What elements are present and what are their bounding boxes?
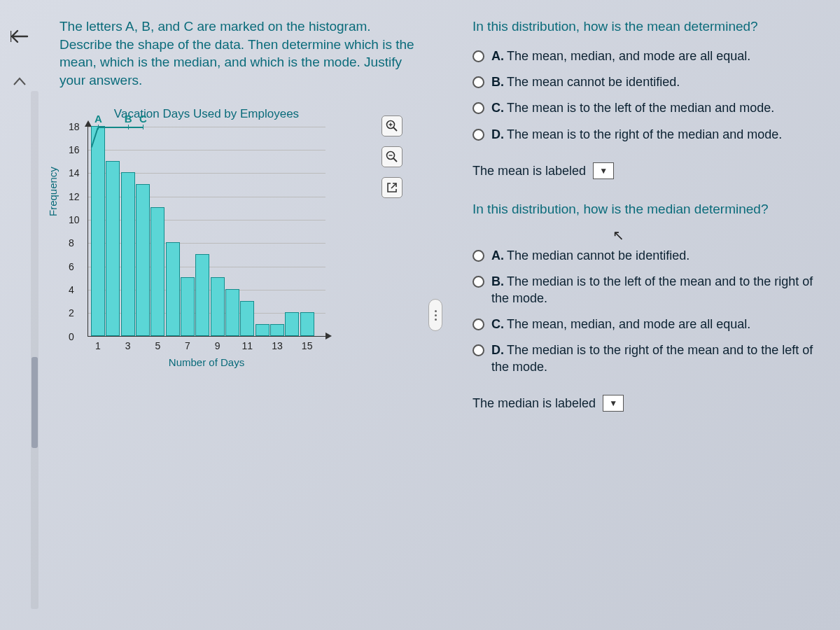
q2-option-b-text: The median is to the left of the mean an… xyxy=(491,274,813,304)
radio-icon xyxy=(472,102,484,114)
y-tick-label: 10 xyxy=(69,214,80,225)
q1-option-d[interactable]: D.The mean is to the right of the median… xyxy=(472,127,819,143)
histogram-bar xyxy=(195,254,209,336)
x-tick-label: 15 xyxy=(302,340,313,351)
x-axis-label: Number of Days xyxy=(88,356,326,368)
q2-option-a[interactable]: A.The median cannot be identified. xyxy=(472,248,819,264)
q2-option-c-text: The mean, median, and mode are all equal… xyxy=(507,317,750,331)
q1-option-d-text: The mean is to the right of the median a… xyxy=(507,127,782,141)
x-tick-label: 11 xyxy=(242,340,253,351)
q1-select[interactable]: ▼ xyxy=(593,162,614,179)
radio-icon xyxy=(472,50,484,62)
radio-icon xyxy=(472,344,484,356)
histogram-bar xyxy=(121,172,135,335)
svg-line-7 xyxy=(391,183,396,188)
scrollbar-track[interactable] xyxy=(31,91,38,609)
q2-option-d-text: The median is to the right of the mean a… xyxy=(491,343,813,373)
x-tick-label: 9 xyxy=(215,340,220,351)
histogram-bar xyxy=(225,289,239,336)
q2-select[interactable]: ▼ xyxy=(603,395,624,412)
histogram-bar xyxy=(166,242,180,335)
svg-line-1 xyxy=(393,127,397,131)
chart-marker-c: C xyxy=(139,113,147,125)
chart-title: Vacation Days Used by Employees xyxy=(88,107,326,121)
histogram-bar xyxy=(211,277,225,335)
radio-icon xyxy=(472,76,484,88)
histogram-bar xyxy=(255,324,270,336)
histogram-bar xyxy=(240,301,254,336)
open-external-button[interactable] xyxy=(382,177,402,198)
q1-option-c[interactable]: C.The mean is to the left of the median … xyxy=(472,100,819,116)
x-tick-label: 1 xyxy=(95,340,101,351)
x-tick-label: 13 xyxy=(272,340,283,351)
q2-option-a-text: The median cannot be identified. xyxy=(507,248,690,262)
y-tick-label: 16 xyxy=(69,144,80,155)
prev-page-icon[interactable] xyxy=(9,28,30,45)
y-tick-label: 8 xyxy=(69,237,74,248)
histogram-bar xyxy=(136,184,150,336)
scroll-up-icon[interactable] xyxy=(9,73,30,90)
q1-option-b-text: The mean cannot be identified. xyxy=(507,75,680,89)
histogram-bar xyxy=(181,277,195,335)
question-prompt: The letters A, B, and C are marked on th… xyxy=(59,18,424,90)
x-tick-label: 3 xyxy=(125,340,131,351)
cursor-icon: ↖ xyxy=(612,227,819,244)
q1-option-a[interactable]: A.The mean, median, and mode are all equ… xyxy=(472,48,819,64)
histogram-bar xyxy=(285,312,299,335)
y-axis-label: Frequency xyxy=(47,167,59,216)
pane-divider-handle[interactable] xyxy=(428,299,442,331)
x-tick-label: 7 xyxy=(185,340,190,351)
histogram-bar xyxy=(150,207,164,335)
q1-option-b[interactable]: B.The mean cannot be identified. xyxy=(472,74,819,90)
q1-option-a-text: The mean, median, and mode are all equal… xyxy=(507,49,750,63)
y-tick-label: 14 xyxy=(69,167,80,178)
y-tick-label: 6 xyxy=(69,261,74,272)
q2-heading: In this distribution, how is the median … xyxy=(472,200,819,218)
q2-option-b[interactable]: B.The median is to the left of the mean … xyxy=(472,274,819,307)
y-tick-label: 0 xyxy=(69,331,74,342)
histogram-bar xyxy=(300,312,314,335)
q2-option-d[interactable]: D.The median is to the right of the mean… xyxy=(472,342,819,375)
chart-marker-a: A xyxy=(94,113,102,125)
q1-option-c-text: The mean is to the left of the median an… xyxy=(507,101,774,115)
histogram-bar xyxy=(106,161,120,336)
y-tick-label: 18 xyxy=(69,121,80,132)
zoom-out-button[interactable] xyxy=(382,146,402,167)
radio-icon xyxy=(472,129,484,141)
x-axis-arrow-icon xyxy=(326,332,332,340)
svg-line-5 xyxy=(393,158,397,162)
y-tick-label: 4 xyxy=(69,284,74,295)
q1-fill-label: The mean is labeled xyxy=(472,164,586,178)
y-tick-label: 12 xyxy=(69,191,80,202)
scrollbar-thumb[interactable] xyxy=(31,357,38,448)
q1-heading: In this distribution, how is the mean de… xyxy=(472,18,819,36)
x-tick-label: 5 xyxy=(155,340,160,351)
zoom-in-button[interactable] xyxy=(382,115,402,136)
histogram-bar xyxy=(91,126,105,336)
y-tick-label: 2 xyxy=(69,307,74,318)
q2-fill-label: The median is labeled xyxy=(472,396,596,411)
q2-option-c[interactable]: C.The mean, median, and mode are all equ… xyxy=(472,316,819,332)
radio-icon xyxy=(472,318,484,330)
histogram-bar xyxy=(270,324,284,336)
radio-icon xyxy=(472,250,484,262)
chart-marker-b: B xyxy=(125,113,132,125)
radio-icon xyxy=(472,276,484,288)
histogram-chart: Vacation Days Used by Employees 02468101… xyxy=(88,107,424,368)
